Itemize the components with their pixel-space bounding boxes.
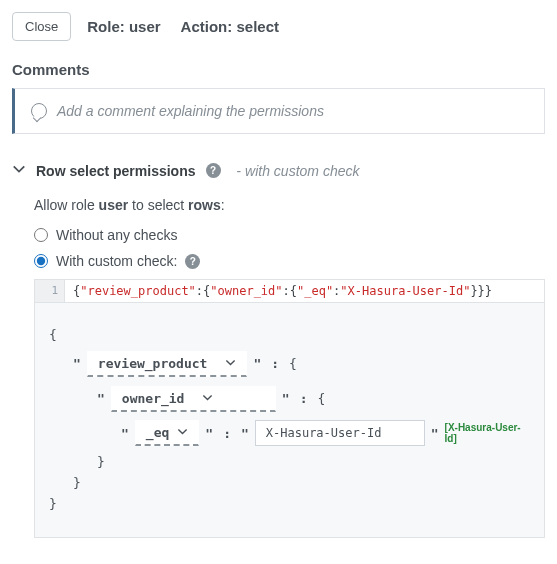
brace-open: { — [49, 327, 530, 342]
header-meta: Role: user Action: select — [87, 18, 279, 35]
action-label: Action: select — [181, 18, 279, 35]
quote: " — [282, 391, 290, 406]
field-select-owner-id[interactable]: owner_id — [111, 386, 276, 412]
chat-icon — [31, 103, 47, 119]
colon: : — [271, 356, 279, 371]
builder-row-level2: " owner_id " : { — [49, 385, 530, 412]
brace-open: { — [289, 356, 297, 371]
colon: : — [223, 426, 231, 441]
chevron-down-icon — [225, 356, 236, 371]
quote: " — [121, 426, 129, 441]
radio-without-label[interactable]: Without any checks — [56, 227, 177, 243]
quote: " — [73, 356, 81, 371]
quote: " — [253, 356, 261, 371]
quote: " — [97, 391, 105, 406]
option-without-checks[interactable]: Without any checks — [34, 227, 545, 243]
builder-row-level3: " _eq " : " " [X-Hasura-User-Id] — [49, 420, 530, 446]
brace-close: } — [49, 454, 530, 469]
colon: : — [300, 391, 308, 406]
radio-without[interactable] — [34, 228, 48, 242]
help-icon[interactable]: ? — [185, 254, 200, 269]
code-editor[interactable]: 1 {"review_product":{"owner_id":{"_eq":"… — [34, 279, 545, 303]
quote: " — [241, 426, 249, 441]
quote: " — [205, 426, 213, 441]
comment-input[interactable]: Add a comment explaining the permissions — [12, 88, 545, 134]
field-select-review-product[interactable]: review_product — [87, 351, 248, 377]
permissions-header: Row select permissions ? - with custom c… — [12, 162, 545, 179]
builder-row-level1: " review_product " : { — [49, 350, 530, 377]
permissions-subtitle: - with custom check — [231, 163, 360, 179]
comment-placeholder: Add a comment explaining the permissions — [57, 103, 324, 119]
brace-close: } — [49, 475, 530, 490]
radio-with[interactable] — [34, 254, 48, 268]
chevron-down-icon[interactable] — [12, 162, 26, 179]
session-var-chip[interactable]: [X-Hasura-User-Id] — [445, 422, 530, 444]
check-options: Without any checks With custom check: ? — [34, 227, 545, 269]
operator-select-eq[interactable]: _eq — [135, 420, 199, 446]
permission-builder: { " review_product " : { " owner_id " : … — [34, 303, 545, 538]
chevron-down-icon — [202, 391, 213, 406]
close-button[interactable]: Close — [12, 12, 71, 41]
role-label: Role: user — [87, 18, 160, 35]
value-input[interactable] — [255, 420, 425, 446]
chevron-down-icon — [177, 425, 188, 440]
brace-open: { — [317, 391, 325, 406]
brace-close: } — [49, 496, 530, 511]
radio-with-label[interactable]: With custom check: — [56, 253, 177, 269]
option-with-custom[interactable]: With custom check: ? — [34, 253, 545, 269]
help-icon[interactable]: ? — [206, 163, 221, 178]
comments-title: Comments — [12, 61, 545, 78]
code-content[interactable]: {"review_product":{"owner_id":{"_eq":"X-… — [65, 280, 544, 302]
line-number: 1 — [35, 280, 65, 302]
header: Close Role: user Action: select — [12, 12, 545, 41]
permissions-title: Row select permissions — [36, 163, 196, 179]
quote: " — [431, 426, 439, 441]
allow-description: Allow role user to select rows: — [34, 197, 545, 213]
